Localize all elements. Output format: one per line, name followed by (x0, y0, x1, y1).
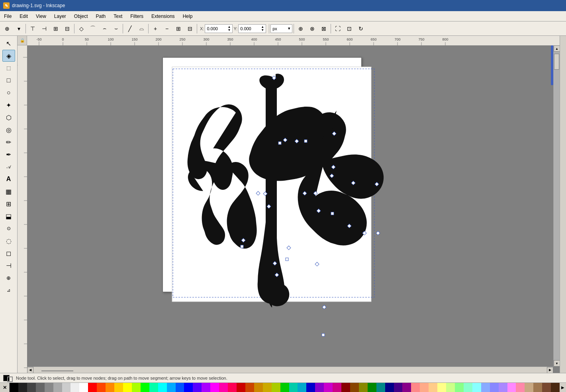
palette-swatch-52[interactable] (464, 383, 472, 392)
palette-swatch-22[interactable] (202, 383, 210, 392)
node-bottom[interactable] (322, 333, 325, 336)
spray-tool[interactable]: ◌ (2, 235, 15, 247)
palette-swatch-20[interactable] (184, 383, 193, 392)
scroll-vthumb[interactable] (554, 54, 559, 70)
snap-global-btn[interactable]: ⊕ (2, 23, 13, 34)
break-node-btn[interactable]: ⊞ (173, 23, 184, 34)
palette-swatch-32[interactable] (289, 383, 298, 392)
3dbox-tool[interactable]: ⬡ (2, 111, 15, 123)
menu-view[interactable]: View (32, 11, 50, 21)
node-auto-btn[interactable]: ⌣ (110, 23, 121, 34)
palette-swatch-21[interactable] (193, 383, 202, 392)
palette-swatch-26[interactable] (237, 383, 245, 392)
palette-swatch-3[interactable] (36, 383, 45, 392)
grid-snap-btn[interactable]: ⊠ (318, 23, 329, 34)
artwork-svg[interactable] (37, 55, 547, 360)
palette-swatch-36[interactable] (324, 383, 333, 392)
spiral-tool[interactable]: ◎ (2, 124, 15, 136)
palette-right-arrow[interactable]: ▶ (560, 383, 566, 392)
menu-text[interactable]: Text (110, 11, 126, 21)
right-panel-indicator[interactable] (551, 45, 553, 85)
y-input[interactable]: 0.000 ▲ ▼ (238, 24, 266, 33)
palette-swatch-23[interactable] (210, 383, 219, 392)
menu-layer[interactable]: Layer (50, 11, 70, 21)
path-snap-btn[interactable]: ⊗ (307, 23, 318, 34)
palette-swatch-34[interactable] (306, 383, 315, 392)
palette-swatch-18[interactable] (167, 383, 176, 392)
stroke-swatch[interactable] (7, 376, 13, 382)
node-snap-btn[interactable]: ⊕ (295, 23, 306, 34)
palette-swatch-11[interactable] (106, 383, 114, 392)
palette-swatch-0[interactable] (10, 383, 18, 392)
join-node-btn[interactable]: ⊟ (184, 23, 196, 34)
seg-line-btn[interactable]: ╱ (124, 23, 135, 34)
palette-swatch-7[interactable] (71, 383, 79, 392)
magnifier-tool[interactable]: ⊕ (2, 272, 15, 284)
palette-swatch-29[interactable] (263, 383, 272, 392)
palette-swatch-13[interactable] (123, 383, 132, 392)
palette-swatch-42[interactable] (376, 383, 385, 392)
palette-swatch-28[interactable] (254, 383, 263, 392)
rect-tool[interactable]: □ (2, 74, 15, 86)
palette-swatch-59[interactable] (525, 383, 533, 392)
palette-swatch-15[interactable] (141, 383, 149, 392)
text-tool[interactable]: A (2, 173, 15, 185)
pen-tool[interactable]: ✒ (2, 148, 15, 160)
selector-tool[interactable]: ↖ (2, 37, 15, 49)
palette-swatch-10[interactable] (97, 383, 106, 392)
measure-tool[interactable]: ⊿ (2, 284, 15, 296)
palette-swatch-46[interactable] (411, 383, 420, 392)
snap-down-btn[interactable]: ▾ (13, 23, 24, 34)
palette-swatch-5[interactable] (53, 383, 62, 392)
palette-swatch-45[interactable] (402, 383, 411, 392)
gradient-tool[interactable]: ▦ (2, 185, 15, 197)
scrollbar-right[interactable]: ▲ ▼ (553, 45, 560, 367)
palette-swatch-60[interactable] (533, 383, 542, 392)
palette-swatch-51[interactable] (455, 383, 464, 392)
palette-swatch-12[interactable] (114, 383, 123, 392)
palette-swatch-50[interactable] (446, 383, 455, 392)
scroll-right-btn[interactable]: ▶ (547, 367, 553, 373)
palette-swatch-24[interactable] (219, 383, 228, 392)
scroll-up-btn[interactable]: ▲ (554, 45, 560, 52)
colorpicker-tool[interactable]: ⬓ (2, 210, 15, 222)
node-symm-btn[interactable]: ⌢ (99, 23, 110, 34)
eraser-tool[interactable]: ◻ (2, 247, 15, 259)
dropper-tool[interactable]: ⊙ (2, 222, 15, 234)
palette-swatch-61[interactable] (542, 383, 551, 392)
scroll-hthumb[interactable] (41, 371, 73, 371)
palette-swatch-9[interactable] (88, 383, 97, 392)
unit-dropdown[interactable]: px ▾ (270, 24, 292, 33)
menu-object[interactable]: Object (70, 11, 92, 21)
calligraphy-tool[interactable]: 𝒜 (2, 161, 15, 173)
connector-tool[interactable]: ⊣ (2, 259, 15, 271)
mesh-tool[interactable]: ⊞ (2, 198, 15, 210)
node-20[interactable] (376, 231, 380, 235)
pencil-tool[interactable]: ✏ (2, 136, 15, 148)
palette-swatch-53[interactable] (472, 383, 481, 392)
menu-file[interactable]: File (0, 11, 16, 21)
scroll-vtrack[interactable] (554, 52, 560, 360)
rotate-btn[interactable]: ↻ (355, 23, 366, 34)
node-del-btn[interactable]: − (161, 23, 172, 34)
palette-swatch-14[interactable] (132, 383, 141, 392)
transform-btn[interactable]: ⊡ (344, 23, 355, 34)
palette-swatch-35[interactable] (315, 383, 324, 392)
menu-extensions[interactable]: Extensions (147, 11, 179, 21)
palette-swatch-44[interactable] (394, 383, 403, 392)
palette-swatch-25[interactable] (228, 383, 237, 392)
node-add-btn[interactable]: + (150, 23, 161, 34)
zoom-fit-btn[interactable]: ⛶ (332, 23, 343, 34)
menu-filters[interactable]: Filters (126, 11, 147, 21)
node-24[interactable] (286, 258, 288, 261)
node-28[interactable] (322, 305, 326, 309)
palette-swatch-62[interactable] (551, 383, 560, 392)
y-down-arrow[interactable]: ▼ (261, 29, 264, 32)
palette-swatch-27[interactable] (245, 383, 254, 392)
node-cusp-btn[interactable]: ◇ (76, 23, 87, 34)
canvas-area[interactable]: 🔒 -50 0 50 100 150 200 (18, 36, 560, 373)
palette-swatch-31[interactable] (280, 383, 289, 392)
palette-swatch-57[interactable] (507, 383, 516, 392)
node-editor-tool[interactable]: ◈ (2, 50, 15, 62)
menu-path[interactable]: Path (92, 11, 110, 21)
